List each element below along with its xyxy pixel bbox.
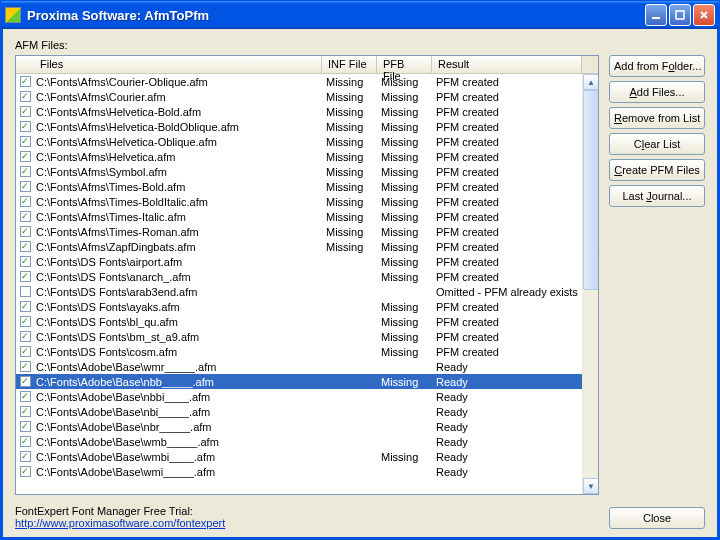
scroll-down-button[interactable]: ▼ (583, 478, 598, 494)
cell-pfb: Missing (377, 166, 432, 178)
trial-link[interactable]: http://www.proximasoftware.com/fontexper… (15, 517, 225, 529)
add-from-folder-button[interactable]: Add from Folder... (609, 55, 705, 77)
table-row[interactable]: ✓C:\Fonts\Adobe\Base\wmi_____.afmReady (16, 464, 598, 479)
last-journal-button[interactable]: Last Journal... (609, 185, 705, 207)
table-row[interactable]: ✓C:\Fonts\Afms\Times-Bold.afmMissingMiss… (16, 179, 598, 194)
cell-inf: Missing (322, 196, 377, 208)
table-row[interactable]: ✓C:\Fonts\Afms\Helvetica-Bold.afmMissing… (16, 104, 598, 119)
cell-result: PFM created (432, 151, 582, 163)
cell-inf: Missing (322, 76, 377, 88)
clear-list-button[interactable]: Clear List (609, 133, 705, 155)
scrollbar[interactable]: ▲ ▼ (582, 74, 598, 494)
col-pfb[interactable]: PFB File (377, 56, 432, 73)
checkbox[interactable]: ✓ (20, 241, 31, 252)
cell-result: PFM created (432, 166, 582, 178)
cell-file: C:\Fonts\Afms\Times-Italic.afm (34, 211, 322, 223)
add-files-button[interactable]: Add Files... (609, 81, 705, 103)
checkbox[interactable]: ✓ (20, 271, 31, 282)
table-row[interactable]: ✓C:\Fonts\Adobe\Base\nbbi____.afmReady (16, 389, 598, 404)
close-window-button[interactable] (693, 4, 715, 26)
cell-inf: Missing (322, 166, 377, 178)
table-row[interactable]: ✓C:\Fonts\DS Fonts\bm_st_a9.afmMissingPF… (16, 329, 598, 344)
checkbox[interactable]: ✓ (20, 466, 31, 477)
checkbox[interactable]: ✓ (20, 76, 31, 87)
checkbox[interactable]: ✓ (20, 136, 31, 147)
checkbox[interactable]: ✓ (20, 331, 31, 342)
checkbox[interactable]: ✓ (20, 421, 31, 432)
checkbox[interactable]: ✓ (20, 196, 31, 207)
col-checkbox[interactable] (16, 56, 34, 73)
table-row[interactable]: ✓C:\Fonts\Adobe\Base\wmr_____.afmReady (16, 359, 598, 374)
table-row[interactable]: ✓C:\Fonts\Afms\Times-Roman.afmMissingMis… (16, 224, 598, 239)
table-row[interactable]: ✓C:\Fonts\DS Fonts\cosm.afmMissingPFM cr… (16, 344, 598, 359)
checkbox[interactable]: ✓ (20, 256, 31, 267)
cell-result: Ready (432, 421, 582, 433)
table-row[interactable]: ✓C:\Fonts\Afms\Times-Italic.afmMissingMi… (16, 209, 598, 224)
table-row[interactable]: ✓C:\Fonts\Adobe\Base\nbr_____.afmReady (16, 419, 598, 434)
checkbox[interactable]: ✓ (20, 316, 31, 327)
table-row[interactable]: ✓C:\Fonts\Afms\Courier.afmMissingMissing… (16, 89, 598, 104)
checkbox[interactable]: ✓ (20, 181, 31, 192)
cell-result: PFM created (432, 76, 582, 88)
checkbox[interactable]: ✓ (20, 406, 31, 417)
cell-file: C:\Fonts\Adobe\Base\nbr_____.afm (34, 421, 322, 433)
table-row[interactable]: ✓C:\Fonts\Adobe\Base\nbb_____.afmMissing… (16, 374, 598, 389)
table-row[interactable]: ✓C:\Fonts\DS Fonts\bl_qu.afmMissingPFM c… (16, 314, 598, 329)
table-row[interactable]: ✓C:\Fonts\DS Fonts\ayaks.afmMissingPFM c… (16, 299, 598, 314)
cell-inf: Missing (322, 151, 377, 163)
cell-file: C:\Fonts\Afms\ZapfDingbats.afm (34, 241, 322, 253)
close-button[interactable]: Close (609, 507, 705, 529)
checkbox[interactable]: ✓ (20, 451, 31, 462)
checkbox[interactable]: ✓ (20, 361, 31, 372)
checkbox[interactable]: ✓ (20, 346, 31, 357)
remove-from-list-button[interactable]: Remove from List (609, 107, 705, 129)
checkbox[interactable]: ✓ (20, 211, 31, 222)
cell-file: C:\Fonts\Adobe\Base\nbi_____.afm (34, 406, 322, 418)
table-row[interactable]: ✓C:\Fonts\Afms\Helvetica.afmMissingMissi… (16, 149, 598, 164)
maximize-button[interactable] (669, 4, 691, 26)
table-row[interactable]: ✓C:\Fonts\Afms\Times-BoldItalic.afmMissi… (16, 194, 598, 209)
table-row[interactable]: ✓C:\Fonts\Afms\Symbol.afmMissingMissingP… (16, 164, 598, 179)
table-row[interactable]: C:\Fonts\DS Fonts\arab3end.afmOmitted - … (16, 284, 598, 299)
table-row[interactable]: ✓C:\Fonts\Adobe\Base\wmbi____.afmMissing… (16, 449, 598, 464)
checkbox[interactable]: ✓ (20, 151, 31, 162)
col-inf[interactable]: INF File (322, 56, 377, 73)
cell-result: Ready (432, 391, 582, 403)
checkbox[interactable]: ✓ (20, 226, 31, 237)
cell-file: C:\Fonts\Adobe\Base\nbb_____.afm (34, 376, 322, 388)
titlebar[interactable]: Proxima Software: AfmToPfm (1, 1, 719, 29)
table-row[interactable]: ✓C:\Fonts\Adobe\Base\nbi_____.afmReady (16, 404, 598, 419)
col-result[interactable]: Result (432, 56, 582, 73)
table-row[interactable]: ✓C:\Fonts\Afms\Helvetica-BoldOblique.afm… (16, 119, 598, 134)
table-row[interactable]: ✓C:\Fonts\Afms\Helvetica-Oblique.afmMiss… (16, 134, 598, 149)
checkbox[interactable]: ✓ (20, 376, 31, 387)
table-row[interactable]: ✓C:\Fonts\Adobe\Base\wmb_____.afmReady (16, 434, 598, 449)
checkbox[interactable]: ✓ (20, 301, 31, 312)
column-headers: Files INF File PFB File Result (16, 56, 598, 74)
table-row[interactable]: ✓C:\Fonts\DS Fonts\anarch_.afmMissingPFM… (16, 269, 598, 284)
cell-file: C:\Fonts\Adobe\Base\wmr_____.afm (34, 361, 322, 373)
table-row[interactable]: ✓C:\Fonts\Afms\Courier-Oblique.afmMissin… (16, 74, 598, 89)
table-row[interactable]: ✓C:\Fonts\Afms\ZapfDingbats.afmMissingMi… (16, 239, 598, 254)
checkbox[interactable] (20, 286, 31, 297)
checkbox[interactable]: ✓ (20, 106, 31, 117)
cell-pfb: Missing (377, 136, 432, 148)
cell-pfb: Missing (377, 211, 432, 223)
create-pfm-files-button[interactable]: Create PFM Files (609, 159, 705, 181)
cell-result: PFM created (432, 331, 582, 343)
checkbox[interactable]: ✓ (20, 166, 31, 177)
row-checkbox-cell: ✓ (16, 151, 34, 162)
table-row[interactable]: ✓C:\Fonts\DS Fonts\airport.afmMissingPFM… (16, 254, 598, 269)
cell-file: C:\Fonts\Adobe\Base\wmi_____.afm (34, 466, 322, 478)
window-buttons (645, 4, 715, 26)
checkbox[interactable]: ✓ (20, 91, 31, 102)
col-files[interactable]: Files (34, 56, 322, 73)
checkbox[interactable]: ✓ (20, 436, 31, 447)
cell-result: PFM created (432, 316, 582, 328)
cell-pfb: Missing (377, 376, 432, 388)
checkbox[interactable]: ✓ (20, 121, 31, 132)
scroll-thumb[interactable] (583, 90, 598, 290)
minimize-button[interactable] (645, 4, 667, 26)
checkbox[interactable]: ✓ (20, 391, 31, 402)
scroll-up-button[interactable]: ▲ (583, 74, 598, 90)
